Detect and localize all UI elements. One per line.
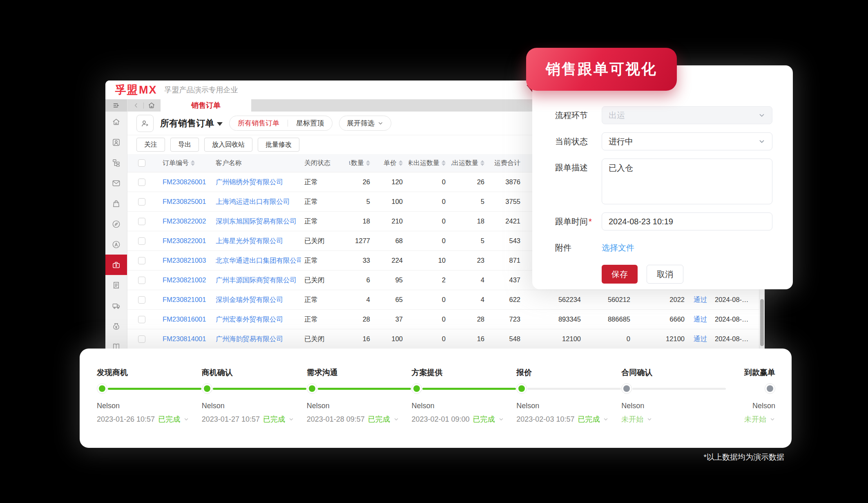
customer-name-link[interactable]: 深圳金瑞外贸有限公司 — [212, 295, 301, 304]
sidebar-item-briefcase-dollar[interactable] — [105, 255, 127, 275]
timeline-stage: 合同确认Nelson未开始 — [621, 367, 726, 424]
column-header[interactable]: 已出运数量 — [451, 159, 490, 168]
order-number-link[interactable]: FM230814001 — [159, 335, 212, 343]
followup-time-value: 2024-08-23 10:19 — [609, 217, 673, 226]
chevron-down-icon[interactable] — [603, 416, 609, 422]
order-number-link[interactable]: FM230825001 — [159, 198, 212, 206]
bulk-action-button[interactable]: 批量修改 — [258, 138, 299, 152]
customer-name-link[interactable]: 上海鸿运进出口有限公司 — [212, 197, 301, 206]
sort-carets-icon[interactable] — [191, 160, 195, 166]
row-checkbox[interactable] — [138, 257, 145, 264]
sidebar-item-contacts[interactable] — [105, 132, 127, 152]
audit-status-link[interactable]: 通过 — [690, 315, 712, 324]
collapse-menu-icon — [112, 101, 121, 110]
order-number-link[interactable]: FM230822001 — [159, 237, 212, 245]
stage-status[interactable]: 已完成 — [473, 414, 495, 424]
column-header[interactable]: 订单数量 — [349, 159, 376, 168]
table-cell: 4 — [451, 276, 490, 284]
chevron-down-icon[interactable] — [183, 416, 189, 422]
sidebar-item-org-structure[interactable] — [105, 152, 127, 173]
cancel-button[interactable]: 取消 — [647, 265, 683, 284]
customer-name-link[interactable]: 深圳东旭国际贸易有限公司 — [212, 217, 301, 226]
sort-carets-icon[interactable] — [399, 160, 403, 166]
sort-carets-icon[interactable] — [480, 160, 484, 166]
tab-sales-orders[interactable]: 销售订单 — [161, 99, 251, 112]
order-number-link[interactable]: FM230821001 — [159, 296, 212, 304]
row-checkbox[interactable] — [138, 296, 145, 304]
order-number-link[interactable]: FM230821003 — [159, 257, 212, 264]
bulk-action-button[interactable]: 放入回收站 — [204, 138, 252, 152]
stage-owner: Nelson — [516, 402, 621, 410]
order-number-link[interactable]: FM230826001 — [159, 178, 212, 186]
sidebar-item-shopping-bag[interactable] — [105, 193, 127, 214]
process-stage-select[interactable]: 出运 — [602, 106, 772, 124]
row-checkbox[interactable] — [138, 218, 145, 225]
expand-filter-label: 展开筛选 — [347, 118, 375, 128]
order-number-link[interactable]: FM230816001 — [159, 315, 212, 323]
sidebar-item-mail[interactable] — [105, 173, 127, 193]
home-tab-button[interactable] — [147, 101, 156, 110]
row-checkbox[interactable] — [138, 335, 145, 343]
stage-time: 2023-02-01 09:00 — [411, 415, 469, 424]
row-checkbox[interactable] — [138, 277, 145, 284]
sort-carets-icon[interactable] — [366, 160, 370, 166]
sidebar-item-receipt[interactable] — [105, 275, 127, 295]
customer-name-link[interactable]: 广州海韵贸易有限公司 — [212, 335, 301, 344]
owner-filter-button[interactable] — [136, 115, 154, 132]
sidebar-item-circle-a[interactable] — [105, 234, 127, 255]
table-cell: 100 — [376, 335, 408, 343]
audit-status-link[interactable]: 通过 — [690, 335, 712, 344]
sidebar-item-home[interactable] — [105, 112, 127, 132]
back-button[interactable] — [132, 102, 140, 109]
row-checkbox[interactable] — [138, 316, 145, 323]
customer-name-link[interactable]: 广州锦绣外贸有限公司 — [212, 178, 301, 187]
column-header[interactable]: 单价 — [376, 159, 408, 168]
stage-status[interactable]: 已完成 — [368, 414, 390, 424]
customer-name-link[interactable]: 北京华通进出口集团有限公司 — [212, 256, 301, 265]
chevron-down-icon[interactable] — [647, 416, 652, 422]
chevron-down-icon[interactable] — [770, 416, 775, 422]
row-checkbox[interactable] — [138, 179, 145, 186]
expand-filter-button[interactable]: 展开筛选 — [339, 116, 391, 131]
stage-time: 2023-01-26 10:57 — [97, 415, 155, 424]
audit-status-link[interactable]: 通过 — [690, 295, 712, 304]
order-number-link[interactable]: FM230822002 — [159, 217, 212, 225]
customer-name-link[interactable]: 广州宏泰外贸有限公司 — [212, 315, 301, 324]
customer-name-link[interactable]: 上海星光外贸有限公司 — [212, 237, 301, 246]
scrollbar-thumb[interactable] — [760, 299, 764, 346]
bulk-action-button[interactable]: 关注 — [136, 138, 165, 152]
chevron-down-icon[interactable] — [498, 416, 504, 422]
stage-status[interactable]: 已完成 — [158, 414, 180, 424]
feature-badge: 销售跟单可视化 — [526, 48, 677, 91]
sidebar-item-moneybag[interactable] — [105, 316, 127, 336]
bulk-action-button[interactable]: 导出 — [170, 138, 199, 152]
column-header[interactable]: 订单编号 — [159, 159, 212, 168]
segment-starred[interactable]: 星标置顶 — [288, 116, 332, 130]
stage-time: 2023-01-27 10:57 — [202, 415, 260, 424]
row-checkbox[interactable] — [138, 237, 145, 245]
collapse-sidebar-button[interactable] — [105, 99, 127, 112]
stage-status[interactable]: 未开始 — [744, 414, 766, 424]
truck-icon — [112, 301, 121, 311]
followup-time-input[interactable]: 2024-08-23 10:19 — [602, 212, 772, 230]
sidebar-item-compass[interactable] — [105, 214, 127, 234]
current-status-select[interactable]: 进行中 — [602, 132, 772, 150]
sidebar-item-truck[interactable] — [105, 295, 127, 316]
stage-status[interactable]: 未开始 — [621, 414, 643, 424]
view-switcher[interactable]: 所有销售订单 — [160, 117, 223, 130]
stage-status[interactable]: 已完成 — [263, 414, 285, 424]
customer-name-link[interactable]: 广州丰源国际商贸有限公司 — [212, 276, 301, 285]
select-all-checkbox[interactable] — [138, 159, 145, 167]
order-number-link[interactable]: FM230821002 — [159, 276, 212, 284]
save-button[interactable]: 保存 — [602, 265, 638, 284]
row-checkbox[interactable] — [138, 198, 145, 206]
column-header[interactable]: 未出运数量 — [408, 159, 451, 168]
table-cell: 543 — [490, 237, 526, 245]
chevron-down-icon[interactable] — [393, 416, 399, 422]
sort-carets-icon[interactable] — [442, 160, 446, 166]
segment-all-orders[interactable]: 所有销售订单 — [230, 116, 288, 130]
choose-file-link[interactable]: 选择文件 — [602, 239, 634, 253]
followup-desc-textarea[interactable]: 已入仓 — [602, 159, 772, 204]
stage-status[interactable]: 已完成 — [578, 414, 600, 424]
chevron-down-icon[interactable] — [288, 416, 294, 422]
